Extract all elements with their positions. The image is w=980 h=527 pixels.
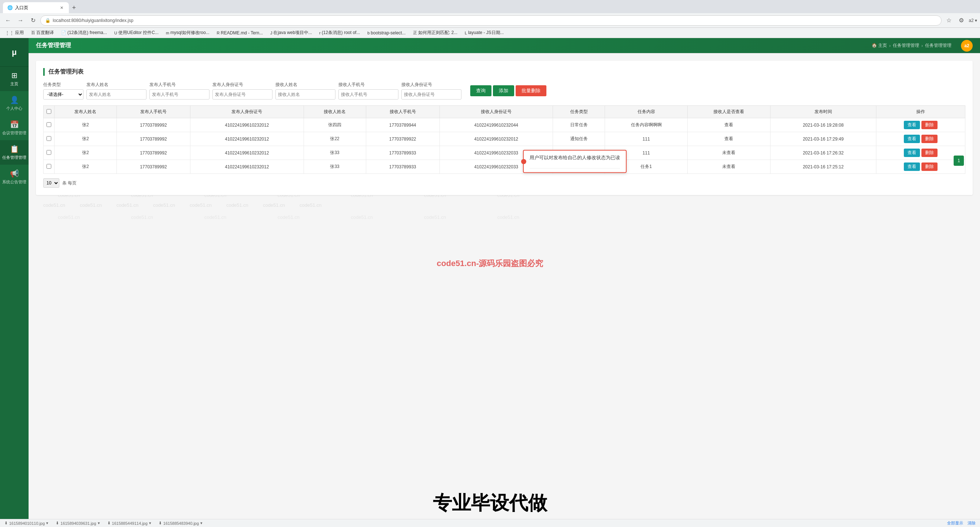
row-checkbox-2[interactable] bbox=[44, 146, 54, 160]
bottom-bar: ⬇ 1615894010110.jpg ▾ ⬇ 1615894039631.jp… bbox=[0, 519, 980, 527]
view-button-3[interactable]: 查看 bbox=[904, 162, 920, 171]
note-box: 用户可以对发布给自己的人修改状态为已读 bbox=[523, 150, 627, 173]
sender-id-input[interactable] bbox=[212, 89, 272, 100]
app-logo: μ bbox=[0, 38, 29, 67]
row-sender-name-0: 张2 bbox=[54, 118, 117, 132]
bookmark-bootstrap[interactable]: bbootstrap-select... bbox=[365, 30, 408, 36]
show-all-button[interactable]: 全部显示 bbox=[947, 521, 963, 526]
table-header-row: 发布人姓名 发布人手机号 发布人身份证号 接收人姓名 接收人手机号 接收人身份证… bbox=[44, 106, 965, 118]
bookmark-regex[interactable]: 正如何用正则匹配: 2... bbox=[411, 29, 460, 37]
receiver-id-input[interactable] bbox=[401, 89, 461, 100]
sender-name-input[interactable] bbox=[86, 89, 146, 100]
download-1[interactable]: ⬇ 1615894010110.jpg ▾ bbox=[5, 521, 48, 525]
row-sender-id-3: 410224199610232012 bbox=[190, 160, 304, 174]
row-sender-id-1: 410224199610232012 bbox=[190, 132, 304, 146]
receiver-id-label: 接收人身份证号 bbox=[401, 82, 461, 88]
download-4[interactable]: ⬇ 1615885483940.jpg ▾ bbox=[159, 521, 202, 525]
bookmark-mysql[interactable]: mmysql如何修改roo... bbox=[164, 29, 212, 37]
view-button-1[interactable]: 查看 bbox=[904, 135, 920, 143]
logo-text: μ bbox=[12, 48, 16, 57]
sidebar-notice-label: 系统公告管理 bbox=[2, 179, 26, 185]
sidebar-home-label: 主页 bbox=[10, 81, 18, 87]
tab-title: 入口页 bbox=[15, 5, 56, 11]
action-buttons: 查询 添加 批量删除 bbox=[470, 85, 546, 96]
th-sender-name: 发布人姓名 bbox=[54, 106, 117, 118]
user-account[interactable]: a2 ▾ bbox=[969, 18, 977, 23]
table-row: 张2 17703789992 410224199610232012 张22 17… bbox=[44, 132, 965, 146]
row-checkbox-input-2[interactable] bbox=[46, 150, 51, 155]
delete-button-2[interactable]: 删除 bbox=[921, 149, 937, 157]
delete-button-3[interactable]: 删除 bbox=[921, 162, 937, 171]
receiver-phone-label: 接收人手机号 bbox=[338, 82, 398, 88]
back-button[interactable]: ← bbox=[3, 15, 13, 25]
row-receiver-id-0: 410224199610232044 bbox=[439, 118, 553, 132]
bookmark-readme[interactable]: RREADME.md - Tern... bbox=[215, 30, 265, 36]
bottom-actions: 全部显示 清除 bbox=[947, 521, 975, 526]
sidebar-item-notice[interactable]: 📢 系统公告管理 bbox=[0, 165, 29, 189]
sidebar-item-home[interactable]: ⊞ 主页 bbox=[0, 67, 29, 91]
bookmark-button[interactable]: ☆ bbox=[944, 15, 954, 25]
row-checkbox-input-1[interactable] bbox=[46, 136, 51, 141]
note-indicator-icon bbox=[521, 159, 526, 164]
bookmark-baidu[interactable]: 百百度翻译 bbox=[29, 29, 56, 37]
row-receiver-phone-3: 17703789933 bbox=[366, 160, 439, 174]
receiver-phone-input[interactable] bbox=[338, 89, 398, 100]
sidebar-item-meeting[interactable]: 📅 会议管理管理 bbox=[0, 116, 29, 140]
bookmark-layuate[interactable]: Llayuate - JS日期... bbox=[463, 29, 506, 37]
user-avatar[interactable]: a2 bbox=[961, 40, 973, 52]
row-sender-phone-3: 17703789992 bbox=[116, 160, 190, 174]
reload-button[interactable]: ↻ bbox=[28, 15, 38, 25]
tab-close-icon[interactable]: ✕ bbox=[59, 5, 64, 11]
row-sender-phone-2: 17703789992 bbox=[116, 146, 190, 160]
breadcrumb-task-mgmt[interactable]: 任务管理管理 bbox=[893, 43, 919, 49]
sidebar-item-task[interactable]: 📋 任务管理管理 bbox=[0, 140, 29, 165]
note-text: 用户可以对发布给自己的人修改状态为已读 bbox=[530, 154, 620, 161]
add-button[interactable]: 添加 bbox=[493, 85, 514, 96]
download-label-3: 1615885449114.jpg bbox=[112, 521, 148, 525]
clear-button[interactable]: 清除 bbox=[967, 521, 975, 526]
row-is-read-2: 未查看 bbox=[687, 146, 770, 160]
delete-button-0[interactable]: 删除 bbox=[921, 121, 937, 129]
bookmark-ueditor[interactable]: U使用UEditor 控件C... bbox=[112, 29, 161, 37]
select-all-checkbox[interactable] bbox=[46, 109, 51, 114]
query-button[interactable]: 查询 bbox=[470, 85, 492, 96]
delete-button-1[interactable]: 删除 bbox=[921, 135, 937, 143]
view-button-2[interactable]: 查看 bbox=[904, 149, 920, 157]
sender-phone-input[interactable] bbox=[150, 89, 210, 100]
row-publish-time-3: 2021-03-16 17:25:12 bbox=[770, 160, 877, 174]
batch-delete-button[interactable]: 批量删除 bbox=[515, 85, 546, 96]
row-checkbox-3[interactable] bbox=[44, 160, 54, 174]
active-tab[interactable]: 🌐 入口页 ✕ bbox=[3, 2, 69, 13]
row-task-content-1: 111 bbox=[605, 132, 688, 146]
new-tab-button[interactable]: + bbox=[69, 3, 79, 13]
user-initials: a2 bbox=[964, 43, 969, 48]
row-checkbox-1[interactable] bbox=[44, 132, 54, 146]
view-button-0[interactable]: 查看 bbox=[904, 121, 920, 129]
note-input[interactable] bbox=[530, 163, 620, 169]
bookmark-apps[interactable]: ⋮⋮应用 bbox=[3, 29, 26, 37]
th-receiver-name: 接收人姓名 bbox=[304, 106, 366, 118]
sidebar-profile-label: 个人中心 bbox=[6, 106, 22, 111]
bookmark-java[interactable]: J在java web项目中... bbox=[268, 29, 314, 37]
per-page-select[interactable]: 10 20 50 bbox=[43, 178, 59, 188]
extensions-button[interactable]: ⚙ bbox=[956, 15, 966, 25]
url-bar[interactable]: 🔒 localhost:8080/huiyiguanlixitong/index… bbox=[40, 15, 942, 25]
receiver-name-input[interactable] bbox=[275, 89, 336, 100]
download-label-4: 1615885483940.jpg bbox=[163, 521, 199, 525]
download-2[interactable]: ⬇ 1615894039631.jpg ▾ bbox=[56, 521, 100, 525]
home-icon: ⊞ bbox=[11, 71, 18, 80]
download-3[interactable]: ⬇ 1615885449114.jpg ▾ bbox=[107, 521, 151, 525]
bookmark-root[interactable]: r(12条消息) root of... bbox=[317, 29, 362, 37]
row-checkbox-0[interactable] bbox=[44, 118, 54, 132]
row-checkbox-input-3[interactable] bbox=[46, 164, 51, 169]
sidebar-item-profile[interactable]: 👤 个人中心 bbox=[0, 91, 29, 116]
download-label-1: 1615894010110.jpg bbox=[9, 521, 45, 525]
bookmark-freema[interactable]: 📄(12条消息) freema... bbox=[59, 29, 109, 37]
row-sender-phone-1: 17703789992 bbox=[116, 132, 190, 146]
task-type-select[interactable]: -请选择- 日常任务 通知任务 bbox=[43, 89, 83, 100]
breadcrumb-home[interactable]: 🏠 主页 bbox=[872, 43, 887, 49]
row-task-content-0: 任务内容啊啊啊 bbox=[605, 118, 688, 132]
row-checkbox-input-0[interactable] bbox=[46, 122, 51, 127]
page-1-button[interactable]: 1 bbox=[954, 156, 964, 166]
forward-button[interactable]: → bbox=[15, 15, 25, 25]
